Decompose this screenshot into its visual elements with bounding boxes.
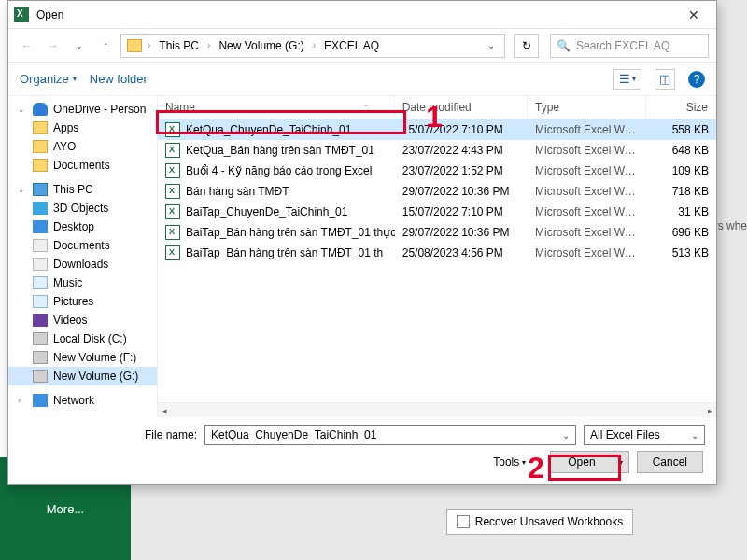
back-button[interactable]: ← [16, 35, 38, 57]
file-row[interactable]: BaiTap_ChuyenDe_TaiChinh_0115/07/2022 7:… [158, 202, 716, 222]
search-input[interactable]: 🔍 Search EXCEL AQ [550, 34, 709, 58]
breadcrumb[interactable]: New Volume (G:) [216, 37, 306, 54]
videos-icon [33, 314, 48, 327]
chevron-down-icon[interactable]: ⌄ [691, 430, 698, 441]
dialog-title: Open [36, 8, 677, 21]
file-size: 696 KB [646, 224, 716, 241]
excel-file-icon [165, 184, 180, 199]
tree-documents[interactable]: Documents [8, 236, 157, 255]
tree-apps[interactable]: Apps [8, 119, 157, 137]
music-icon [33, 276, 48, 289]
open-button[interactable]: Open ▾ [550, 451, 628, 473]
tree-network[interactable]: ›Network [8, 391, 157, 410]
col-name[interactable]: Name⌃ [158, 96, 395, 119]
organize-label: Organize [20, 72, 69, 86]
breadcrumb[interactable]: This PC [156, 37, 202, 54]
tree-local-disk-c[interactable]: Local Disk (C:) [8, 329, 157, 348]
help-button[interactable]: ? [688, 71, 705, 88]
chevron-down-icon[interactable]: ⌄ [484, 40, 499, 50]
up-button[interactable]: ↑ [94, 35, 117, 57]
file-row[interactable]: BaiTap_Bán hàng trên sàn TMĐT_01 thực hà… [158, 222, 716, 243]
file-name: BaiTap_Bán hàng trên sàn TMĐT_01 th [186, 246, 383, 259]
disk-icon [33, 351, 48, 364]
forward-button[interactable]: → [42, 35, 64, 57]
tree-music[interactable]: Music [8, 273, 157, 292]
navbar: ← → ⌄ ↑ › This PC › New Volume (G:) › EX… [8, 29, 716, 63]
file-date: 23/07/2022 1:52 PM [395, 162, 528, 179]
refresh-button[interactable]: ↻ [514, 34, 539, 58]
tree-desktop[interactable]: Desktop [8, 217, 157, 236]
tree-label: New Volume (G:) [53, 370, 138, 383]
file-row[interactable]: KetQua_ChuyenDe_TaiChinh_0115/07/2022 7:… [158, 119, 716, 140]
tree-label: 3D Objects [53, 202, 108, 215]
col-size[interactable]: Size [646, 96, 716, 119]
tree-pictures[interactable]: Pictures [8, 292, 157, 311]
tree-onedrive[interactable]: ⌄OneDrive - Person [8, 100, 157, 119]
tools-label: Tools [493, 455, 519, 469]
file-size: 31 KB [646, 203, 716, 220]
tools-dropdown[interactable]: Tools ▾ [493, 455, 526, 469]
file-size: 109 KB [646, 162, 716, 179]
organize-button[interactable]: Organize ▾ [20, 72, 77, 86]
preview-pane-button[interactable]: ◫ [655, 69, 675, 90]
chevron-down-icon[interactable]: ⌄ [562, 430, 570, 441]
scroll-right-icon[interactable]: ▸ [703, 404, 716, 417]
col-type[interactable]: Type [528, 96, 646, 119]
file-size: 558 KB [646, 121, 716, 138]
nav-tree[interactable]: ⌄OneDrive - Person Apps AYO Documents ⌄T… [8, 96, 158, 417]
file-type: Microsoft Excel Work... [528, 121, 646, 138]
list-rows: KetQua_ChuyenDe_TaiChinh_0115/07/2022 7:… [158, 119, 716, 263]
col-date[interactable]: Date modified [395, 96, 528, 119]
folder-icon [33, 121, 48, 134]
address-bar[interactable]: › This PC › New Volume (G:) › EXCEL AQ ⌄ [120, 34, 505, 58]
file-size: 648 KB [646, 142, 716, 159]
view-options-button[interactable]: ☰▾ [613, 69, 641, 90]
file-row[interactable]: BaiTap_Bán hàng trên sàn TMĐT_01 th25/08… [158, 243, 716, 263]
file-type: Microsoft Excel Work... [528, 203, 646, 220]
tree-new-volume-g[interactable]: New Volume (G:) [8, 367, 157, 385]
file-row[interactable]: Bán hàng sàn TMĐT29/07/2022 10:36 PMMicr… [158, 181, 716, 202]
file-filter-dropdown[interactable]: All Excel Files ⌄ [584, 425, 705, 445]
tree-label: Documents [53, 239, 110, 252]
dialog-footer: File name: KetQua_ChuyenDe_TaiChinh_01 ⌄… [8, 417, 716, 484]
tree-label: Downloads [53, 258, 108, 271]
file-name: KetQua_ChuyenDe_TaiChinh_01 [186, 123, 351, 136]
file-row[interactable]: KetQua_Bán hàng trên sàn TMĐT_0123/07/20… [158, 140, 716, 161]
breadcrumb[interactable]: EXCEL AQ [321, 37, 382, 54]
filter-value: All Excel Files [590, 428, 660, 441]
horizontal-scrollbar[interactable]: ◂ ▸ [158, 402, 716, 417]
recover-label: Recover Unsaved Workbooks [475, 515, 624, 528]
tree-downloads[interactable]: Downloads [8, 255, 157, 273]
open-label: Open [551, 452, 613, 472]
tree-videos[interactable]: Videos [8, 311, 157, 329]
tree-3d-objects[interactable]: 3D Objects [8, 199, 157, 217]
tree-documents[interactable]: Documents [8, 156, 157, 175]
folder-icon [33, 140, 48, 153]
tree-ayo[interactable]: AYO [8, 137, 157, 156]
tree-label: Apps [53, 121, 78, 134]
excel-file-icon [165, 225, 180, 240]
chevron-right-icon: › [205, 40, 212, 50]
excel-file-icon [165, 245, 180, 260]
file-name: KetQua_Bán hàng trên sàn TMĐT_01 [186, 144, 374, 157]
list-header[interactable]: Name⌃ Date modified Type Size [158, 96, 716, 119]
new-folder-button[interactable]: New folder [90, 72, 148, 86]
close-button[interactable]: ✕ [677, 2, 711, 28]
file-row[interactable]: Buổi 4 - Kỹ năng báo cáo trong Excel23/0… [158, 161, 716, 181]
filename-label: File name: [20, 428, 197, 441]
file-size: 513 KB [646, 245, 716, 261]
excel-icon [14, 7, 29, 22]
file-type: Microsoft Excel Work... [528, 183, 646, 200]
open-dropdown[interactable]: ▾ [613, 452, 628, 472]
tree-label: This PC [53, 183, 93, 196]
cancel-button[interactable]: Cancel [637, 451, 703, 473]
tree-new-volume-f[interactable]: New Volume (F:) [8, 348, 157, 367]
tree-thispc[interactable]: ⌄This PC [8, 180, 157, 199]
disk-icon [33, 332, 48, 345]
file-type: Microsoft Excel Work... [528, 224, 646, 241]
recover-unsaved-button[interactable]: Recover Unsaved Workbooks [446, 509, 633, 535]
recent-dropdown[interactable]: ⌄ [68, 35, 91, 57]
downloads-icon [33, 258, 48, 271]
filename-input[interactable]: KetQua_ChuyenDe_TaiChinh_01 ⌄ [204, 425, 576, 445]
scroll-left-icon[interactable]: ◂ [158, 404, 171, 417]
